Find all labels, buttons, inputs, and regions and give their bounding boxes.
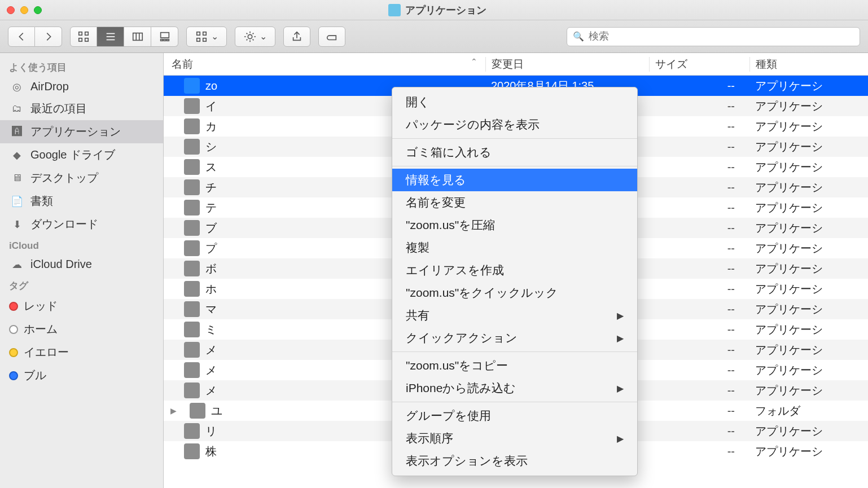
search-icon: 🔍 [573, 31, 584, 42]
column-header-name[interactable]: 名前⌃ [164, 57, 485, 72]
view-list-button[interactable] [97, 27, 124, 47]
context-menu-item[interactable]: 表示順序▶ [392, 427, 637, 450]
context-menu-item[interactable]: "zoom.us"を圧縮 [392, 214, 637, 236]
app-icon [184, 342, 200, 358]
file-name: シ [205, 139, 217, 155]
context-menu-item[interactable]: ゴミ箱に入れる [392, 141, 637, 164]
file-kind: アプリケーシ [749, 119, 868, 134]
search-input[interactable] [589, 30, 854, 42]
view-column-button[interactable] [124, 27, 151, 47]
submenu-arrow-icon: ▶ [617, 383, 624, 394]
tags-button[interactable] [318, 27, 345, 47]
file-kind: アプリケーシ [749, 383, 868, 398]
context-menu-item[interactable]: 複製 [392, 236, 637, 259]
file-name: ボ [205, 261, 217, 276]
file-name: イ [205, 99, 217, 114]
sidebar-tag-blue[interactable]: ブル [0, 364, 163, 387]
sidebar-header-icloud: iCloud [0, 236, 163, 254]
file-size: -- [649, 181, 749, 194]
menu-item-label: "zoom.us"をコピー [406, 358, 508, 373]
chevron-down-icon: ⌄ [211, 31, 218, 42]
context-menu-item[interactable]: 共有▶ [392, 304, 637, 327]
svg-rect-16 [196, 38, 200, 41]
airdrop-icon: ◎ [9, 81, 25, 93]
sidebar-tag-home[interactable]: ホーム [0, 318, 163, 341]
tag-dot-icon [9, 371, 18, 380]
action-button[interactable]: ⌄ [235, 27, 275, 47]
file-name: メ [205, 363, 217, 378]
context-menu-item[interactable]: "zoom.us"をクイックルック [392, 282, 637, 304]
sidebar-item-airdrop[interactable]: ◎AirDrop [0, 76, 163, 97]
column-header-size[interactable]: サイズ [649, 57, 749, 72]
context-menu-item[interactable]: 開く [392, 91, 637, 113]
svg-rect-7 [133, 33, 142, 40]
submenu-arrow-icon: ▶ [617, 310, 624, 321]
file-size: -- [649, 262, 749, 275]
app-icon [184, 179, 200, 195]
sidebar-item-documents[interactable]: 📄書類 [0, 190, 163, 213]
menu-item-label: 表示順序 [406, 430, 453, 446]
context-menu-item[interactable]: 情報を見る [392, 169, 637, 191]
file-name: プ [205, 241, 217, 256]
context-menu-item[interactable]: 名前を変更 [392, 191, 637, 214]
file-name: カ [205, 119, 217, 134]
sort-arrow-icon: ⌃ [471, 57, 477, 66]
file-kind: アプリケーシ [749, 282, 868, 297]
context-menu-item[interactable]: "zoom.us"をコピー [392, 354, 637, 377]
file-size: -- [649, 161, 749, 174]
app-icon [184, 301, 200, 317]
recents-icon: 🗂 [9, 103, 25, 115]
sidebar-tag-red[interactable]: レッド [0, 294, 163, 318]
file-name: ユ [211, 403, 222, 419]
menu-item-label: 情報を見る [406, 172, 466, 188]
file-kind: アプリケーシ [749, 221, 868, 236]
context-menu-item[interactable]: クイックアクション▶ [392, 327, 637, 349]
file-size: -- [649, 405, 749, 417]
context-menu-item[interactable]: グループを使用 [392, 405, 637, 427]
app-icon [184, 118, 200, 134]
context-menu-item[interactable]: 表示オプションを表示 [392, 450, 637, 472]
file-kind: アプリケーシ [749, 444, 868, 459]
file-kind: アプリケーシ [749, 322, 868, 337]
view-gallery-button[interactable] [151, 27, 178, 47]
column-header-date[interactable]: 変更日 [485, 57, 649, 72]
svg-rect-11 [160, 39, 163, 41]
window-title: アプリケーション [405, 3, 486, 17]
file-kind: アプリケーシ [749, 78, 868, 94]
menu-item-label: 複製 [406, 240, 429, 256]
context-menu-item[interactable]: エイリアスを作成 [392, 259, 637, 282]
svg-rect-15 [203, 32, 206, 35]
tag-dot-icon [9, 325, 18, 334]
svg-rect-2 [79, 38, 82, 41]
svg-rect-3 [85, 38, 89, 41]
file-size: -- [649, 222, 749, 235]
view-icon-button[interactable] [70, 27, 97, 47]
sidebar-item-desktop[interactable]: 🖥デスクトップ [0, 166, 163, 190]
column-header-kind[interactable]: 種類 [749, 57, 868, 72]
share-button[interactable] [283, 27, 310, 47]
submenu-arrow-icon: ▶ [617, 433, 624, 444]
group-by-button[interactable]: ⌄ [186, 27, 227, 47]
search-field[interactable]: 🔍 [567, 27, 860, 46]
context-menu-item[interactable]: パッケージの内容を表示 [392, 113, 637, 136]
menu-separator [392, 402, 637, 402]
app-icon [184, 383, 200, 398]
sidebar-item-applications[interactable]: 🅰アプリケーション [0, 120, 163, 143]
documents-icon: 📄 [9, 195, 25, 208]
svg-rect-10 [160, 32, 169, 37]
sidebar-tag-yellow[interactable]: イエロー [0, 341, 163, 364]
disclosure-triangle-icon[interactable]: ▶ [170, 406, 181, 415]
back-button[interactable] [8, 27, 35, 47]
forward-button[interactable] [35, 27, 62, 47]
menu-item-label: パッケージの内容を表示 [406, 117, 540, 133]
file-kind: アプリケーシ [749, 99, 868, 114]
svg-rect-17 [203, 38, 206, 41]
app-icon [184, 261, 200, 276]
file-name: リ [205, 424, 217, 439]
sidebar-item-icloud-drive[interactable]: ☁iCloud Drive [0, 254, 163, 275]
sidebar-item-downloads[interactable]: ⬇ダウンロード [0, 213, 163, 236]
sidebar-item-google-drive[interactable]: ◆Google ドライブ [0, 143, 163, 166]
sidebar-item-recents[interactable]: 🗂最近の項目 [0, 97, 163, 120]
context-menu-item[interactable]: iPhoneから読み込む▶ [392, 377, 637, 399]
folder-icon [388, 4, 401, 16]
